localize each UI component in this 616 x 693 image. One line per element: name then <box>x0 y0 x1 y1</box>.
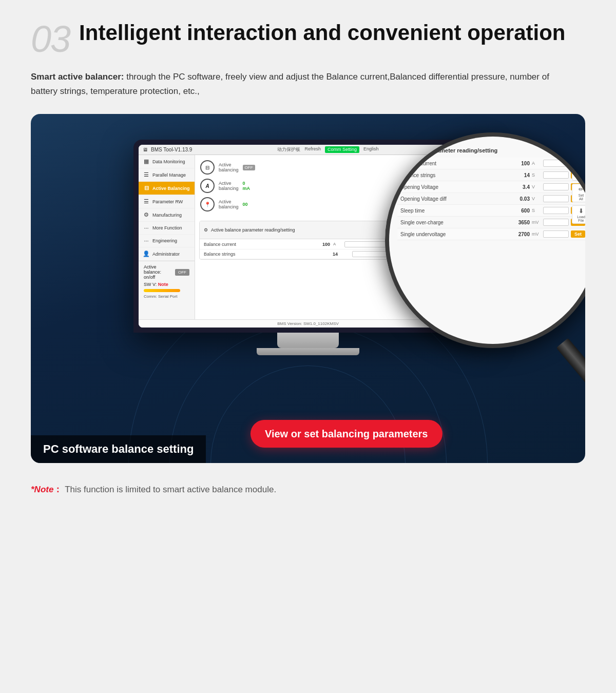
load-file-side-btn[interactable]: ⬇ LoadFile <box>572 205 585 224</box>
sidebar-item-engineering[interactable]: ··· Engineering <box>139 235 195 247</box>
sw-v-row: SW V: Note <box>144 282 189 287</box>
bms-bottom-controls: Active balance:on/off OFF SW V: Note Com… <box>139 261 195 302</box>
param-title-text: Active balance parameter reading/setting <box>211 227 295 233</box>
main-image-container: 🖥 BMS Tool-V1.13.9 动力保护板 Refresh Comm Se… <box>31 114 585 463</box>
mag-input-single-over-charge[interactable] <box>543 219 569 226</box>
description-bold: Smart active balancer: <box>31 72 124 82</box>
sidebar-item-more-function[interactable]: ··· More Function <box>139 222 195 235</box>
active-balancing-icon: ⊟ <box>143 185 150 191</box>
sidebar-item-administrator[interactable]: 👤 Administrator <box>139 247 195 261</box>
mag-value-sleep-time: 600 <box>512 208 530 214</box>
mag-title-text: balance parameter reading/setting <box>406 147 497 153</box>
sidebar-label-more-function: More Function <box>152 225 182 230</box>
data-monitoring-icon: ▦ <box>143 158 150 165</box>
monitor-wrapper: 🖥 BMS Tool-V1.13.9 动力保护板 Refresh Comm Se… <box>56 140 560 333</box>
mag-unit-opening-voltage: V <box>532 184 541 189</box>
progress-bar <box>144 289 180 292</box>
mag-row-balance-current: Balance current 100 A Set <box>397 158 585 169</box>
magnifier-assembly: ⚙ balance parameter reading/setting Bala… <box>385 132 585 348</box>
mag-param-balance-strings: Balance strings <box>400 172 510 178</box>
section-number: 03 <box>31 21 70 57</box>
comm-setting-btn[interactable]: Comm Setting <box>325 146 359 153</box>
balance-label-1: Activebalancing <box>219 162 239 172</box>
balance-value-2: 0mA <box>243 181 251 191</box>
sidebar-label-active-balancing: Active Balancing <box>152 186 190 191</box>
toggle-off-btn[interactable]: OFF <box>175 269 189 276</box>
monitor-base <box>257 348 359 355</box>
param-name-balance-current: Balance current <box>204 242 312 247</box>
parallel-manage-icon: ☰ <box>143 171 150 178</box>
description: Smart active balancer: through the PC so… <box>31 70 575 99</box>
param-value-balance-current: 100 <box>315 242 330 247</box>
header-section: 03 Intelligent interaction and convenien… <box>31 21 585 57</box>
read-all-icon: 🔍 <box>578 164 585 171</box>
callout-text: View or set balancing parameters <box>265 428 428 439</box>
param-value-balance-strings: 14 <box>322 252 338 257</box>
mag-title: ⚙ balance parameter reading/setting <box>397 147 585 153</box>
page-title: Intelligent interaction and convenient o… <box>79 21 565 45</box>
mag-row-single-undervoltage: Single undervoltage 2700 mV Set <box>397 228 585 240</box>
mag-input-single-undervoltage[interactable] <box>543 230 569 238</box>
balance-icon-1: ⊟ <box>200 160 215 175</box>
mag-param-single-over-charge: Single over-charge <box>400 220 510 225</box>
sidebar-label-administrator: Administrator <box>152 252 180 257</box>
sidebar-item-manufacturing[interactable]: ⚙ Manufacturing <box>139 208 195 222</box>
mag-input-sleep-time[interactable] <box>543 207 569 214</box>
more-function-icon: ··· <box>143 225 150 231</box>
balance-value-3: 00 <box>243 202 248 207</box>
note-section: *Note： This function is limited to smart… <box>31 484 585 495</box>
active-balance-label: Active balance:on/off <box>144 264 171 280</box>
mag-param-single-undervoltage: Single undervoltage <box>400 232 510 237</box>
mag-title-icon: ⚙ <box>397 147 402 153</box>
note-label: *Note： <box>31 485 65 494</box>
pc-software-label: PC software balance setting <box>31 435 206 463</box>
note-label-italic: *Note <box>31 485 53 494</box>
language-btn[interactable]: English <box>363 146 379 153</box>
parameter-rw-icon: ☰ <box>143 198 150 205</box>
title-menu-1: 动力保护板 <box>277 146 300 153</box>
load-file-icon: ⬇ <box>579 207 584 215</box>
param-gear-icon: ⚙ <box>204 227 208 233</box>
mag-row-opening-voltage: Opening Voltage 3.4 V Set <box>397 181 585 193</box>
mag-row-balance-strings: Balance strings 14 S Set <box>397 169 585 181</box>
mag-unit-balance-strings: S <box>532 172 541 178</box>
bms-sidebar: ▦ Data Monitoring ☰ Parallel Manage ⊟ Ac… <box>139 155 195 319</box>
mag-input-opening-voltage-diff[interactable] <box>543 195 569 202</box>
load-file-label: LoadFile <box>577 215 585 222</box>
comm-label: Comm: Serial Port <box>144 294 189 299</box>
sw-v-label: SW V: <box>144 282 157 287</box>
mag-set-btn-single-undervoltage[interactable]: Set <box>571 230 585 238</box>
read-all-label: ReadAll <box>577 172 585 179</box>
sidebar-label-data-monitoring: Data Monitoring <box>152 159 185 164</box>
balance-icon-2: A <box>200 179 215 193</box>
bms-icon: 🖥 <box>143 147 148 152</box>
sidebar-item-data-monitoring[interactable]: ▦ Data Monitoring <box>139 155 195 168</box>
monitor-with-magnifier: 🖥 BMS Tool-V1.13.9 动力保护板 Refresh Comm Se… <box>133 140 483 333</box>
magnifier-circle: ⚙ balance parameter reading/setting Bala… <box>385 132 585 348</box>
sidebar-item-parameter-rw[interactable]: ☰ Parameter RW <box>139 195 195 208</box>
sidebar-item-parallel-manage[interactable]: ☰ Parallel Manage <box>139 168 195 182</box>
mag-param-sleep-time: Sleep time <box>400 208 510 214</box>
set-all-label: SetAll <box>579 194 584 201</box>
mag-input-opening-voltage[interactable] <box>543 183 569 190</box>
bms-title-center: 动力保护板 Refresh Comm Setting English <box>277 146 378 153</box>
sidebar-label-parameter-rw: Parameter RW <box>152 199 183 204</box>
mag-input-balance-current[interactable] <box>543 160 569 167</box>
mag-input-balance-strings[interactable] <box>543 171 569 179</box>
mag-value-opening-voltage-diff: 0.03 <box>512 196 530 202</box>
active-balance-toggle-row: Active balance:on/off OFF <box>144 264 189 280</box>
mag-value-single-over-charge: 3650 <box>512 220 530 225</box>
sidebar-label-manufacturing: Manufacturing <box>152 213 182 218</box>
set-all-side-btn[interactable]: ✏ SetAll <box>572 184 585 202</box>
mag-unit-sleep-time: S <box>532 208 541 213</box>
magnifier-with-handle: ⚙ balance parameter reading/setting Bala… <box>385 132 585 348</box>
mag-row-opening-voltage-diff: Opening Voltage diff 0.03 V Set <box>397 193 585 205</box>
mag-row-single-over-charge: Single over-charge 3650 mV Set <box>397 217 585 228</box>
set-all-icon: ✏ <box>579 186 584 193</box>
administrator-icon: 👤 <box>143 251 150 257</box>
monitor-stand-section <box>56 333 560 355</box>
read-all-side-btn[interactable]: 🔍 ReadAll <box>572 162 585 181</box>
sidebar-item-active-balancing[interactable]: ⊟ Active Balancing <box>139 182 195 195</box>
callout-bubble: View or set balancing parameters <box>251 420 442 448</box>
balance-label-3: Activebalancing <box>219 199 239 209</box>
